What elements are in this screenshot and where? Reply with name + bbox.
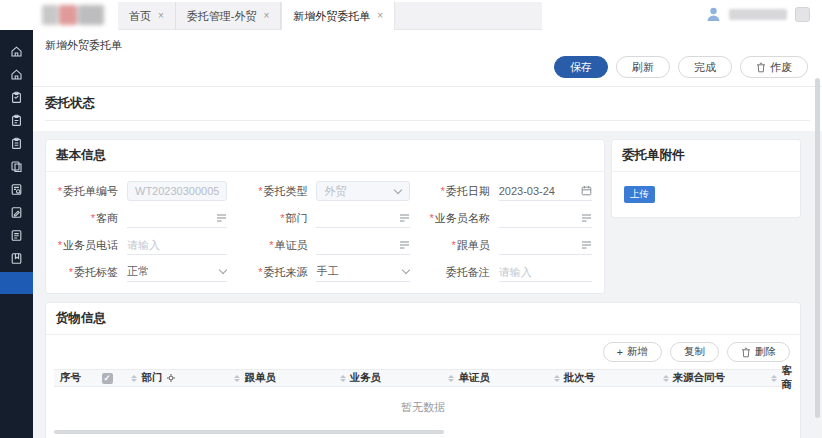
trash-icon bbox=[741, 347, 751, 358]
tab-home[interactable]: 首页 × bbox=[118, 2, 176, 30]
home-icon bbox=[10, 68, 23, 81]
close-icon[interactable]: × bbox=[158, 11, 164, 21]
copy-row-button[interactable]: 复制 bbox=[670, 342, 719, 362]
section-basic-info: 基本信息 *委托单编号 WT20230300005 *委托类型 外贸 *委托日期 bbox=[45, 139, 605, 294]
field-doc-clerk: *单证员 bbox=[237, 235, 409, 255]
tab-consign-management[interactable]: 委托管理-外贸 × bbox=[176, 2, 282, 30]
sidebar-item-records[interactable] bbox=[0, 201, 33, 224]
sidebar-item-consign-1[interactable] bbox=[0, 86, 33, 109]
order-no-input-disabled: WT20230300005 bbox=[127, 181, 227, 201]
vertical-scrollbar[interactable] bbox=[815, 78, 820, 418]
sort-icon[interactable] bbox=[340, 375, 346, 382]
upload-button[interactable]: 上传 bbox=[624, 186, 655, 203]
field-consign-remark: *委托备注 bbox=[420, 262, 592, 282]
top-bar: 首页 × 委托管理-外贸 × 新增外贸委托单 × bbox=[0, 0, 822, 30]
tab-label: 首页 bbox=[129, 9, 151, 24]
section-goods-info: 货物信息 +新增 复制 删除 序号 ✓ 部门 bbox=[45, 302, 801, 438]
clipboard-icon bbox=[10, 114, 23, 127]
tab-label: 委托管理-外贸 bbox=[187, 9, 257, 24]
clipboard-icon bbox=[10, 91, 23, 104]
checkbox-checked-icon: ✓ bbox=[102, 373, 113, 384]
column-doc-clerk[interactable]: 单证员 bbox=[442, 371, 547, 385]
clipboard-icon bbox=[10, 137, 23, 150]
sidebar-item-statements[interactable] bbox=[0, 224, 33, 247]
sidebar-item-contracts[interactable] bbox=[0, 178, 33, 201]
add-row-button[interactable]: +新增 bbox=[603, 342, 662, 362]
salesman-phone-input[interactable] bbox=[127, 239, 227, 251]
tab-new-foreign-trade-consignment[interactable]: 新增外贸委托单 × bbox=[281, 2, 395, 30]
consign-source-select[interactable]: 手工 bbox=[316, 262, 409, 282]
field-customer: *客商 bbox=[48, 208, 227, 228]
sort-icon[interactable] bbox=[448, 375, 454, 382]
lookup-list-icon bbox=[399, 240, 410, 250]
bookmark-icon bbox=[10, 252, 23, 265]
column-source-contract-no[interactable]: 来源合同号 bbox=[657, 371, 766, 385]
section-consign-status: 委托状态 bbox=[33, 87, 822, 131]
void-button[interactable]: 作废 bbox=[740, 56, 808, 78]
file-lines-icon bbox=[10, 229, 23, 242]
column-index: 序号 bbox=[54, 371, 96, 385]
app-menu-icon[interactable] bbox=[795, 7, 810, 22]
consign-date-input[interactable]: 2023-03-24 bbox=[499, 181, 592, 201]
close-icon[interactable]: × bbox=[377, 11, 383, 21]
consign-type-select-disabled: 外贸 bbox=[316, 181, 409, 201]
refresh-button[interactable]: 刷新 bbox=[616, 56, 670, 78]
required-mark: * bbox=[440, 185, 444, 197]
required-mark: * bbox=[91, 212, 95, 224]
department-lookup[interactable] bbox=[316, 208, 409, 228]
sort-icon[interactable] bbox=[771, 375, 777, 382]
consign-remark-input[interactable] bbox=[499, 266, 592, 278]
field-merchandiser: *跟单员 bbox=[420, 235, 592, 255]
app-logo-blurred bbox=[42, 5, 106, 25]
column-salesman[interactable]: 业务员 bbox=[334, 371, 443, 385]
trash-icon bbox=[756, 62, 766, 73]
sort-icon[interactable] bbox=[554, 375, 560, 382]
select-all-checkbox[interactable]: ✓ bbox=[96, 373, 126, 384]
username-blurred[interactable] bbox=[729, 9, 787, 20]
lookup-list-icon bbox=[581, 213, 592, 223]
sidebar-item-consign-3[interactable] bbox=[0, 132, 33, 155]
goods-toolbar: +新增 复制 删除 bbox=[46, 335, 800, 369]
tab-label: 新增外贸委托单 bbox=[293, 9, 370, 24]
basic-info-form: *委托单编号 WT20230300005 *委托类型 外贸 *委托日期 2023… bbox=[46, 172, 604, 293]
column-merchandiser[interactable]: 跟单员 bbox=[228, 371, 333, 385]
column-customer[interactable]: 客商 bbox=[765, 364, 792, 392]
column-department[interactable]: 部门 bbox=[125, 371, 228, 385]
plus-icon: + bbox=[617, 346, 623, 358]
required-mark: * bbox=[451, 239, 455, 251]
required-mark: * bbox=[258, 266, 262, 278]
sidebar-item-home[interactable] bbox=[0, 40, 33, 63]
field-consign-tag: *委托标签 正常 bbox=[48, 262, 227, 282]
column-batch-no[interactable]: 批次号 bbox=[548, 371, 657, 385]
required-mark: * bbox=[429, 212, 433, 224]
consign-tag-select[interactable]: 正常 bbox=[127, 262, 227, 282]
doc-clerk-lookup[interactable] bbox=[316, 235, 409, 255]
sidebar-item-workbench[interactable] bbox=[0, 63, 33, 86]
sidebar-item-consign-2[interactable] bbox=[0, 109, 33, 132]
sidebar-item-active[interactable] bbox=[0, 272, 33, 294]
file-edit-icon bbox=[10, 206, 23, 219]
save-button[interactable]: 保存 bbox=[554, 56, 608, 78]
customer-lookup[interactable] bbox=[127, 208, 227, 228]
close-icon[interactable]: × bbox=[264, 11, 270, 21]
required-mark: * bbox=[58, 239, 62, 251]
complete-button[interactable]: 完成 bbox=[678, 56, 732, 78]
section-title: 委托单附件 bbox=[612, 140, 800, 172]
delete-row-button[interactable]: 删除 bbox=[727, 342, 790, 362]
sidebar-item-archive[interactable] bbox=[0, 247, 33, 270]
section-title: 货物信息 bbox=[46, 303, 800, 335]
chevron-down-icon bbox=[219, 266, 227, 274]
salesman-lookup[interactable] bbox=[499, 208, 592, 228]
copy-icon bbox=[10, 160, 23, 173]
sort-icon[interactable] bbox=[663, 375, 669, 382]
avatar-icon[interactable] bbox=[706, 6, 721, 22]
column-settings-gear-icon[interactable] bbox=[166, 373, 176, 383]
sort-icon[interactable] bbox=[234, 375, 240, 382]
sort-icon[interactable] bbox=[131, 375, 137, 382]
merchandiser-lookup[interactable] bbox=[499, 235, 592, 255]
page-header: 新增外贸委托单 保存 刷新 完成 作废 bbox=[33, 30, 822, 87]
section-title: 委托状态 bbox=[45, 95, 810, 121]
sidebar-item-orders[interactable] bbox=[0, 155, 33, 178]
section-title: 基本信息 bbox=[46, 140, 604, 172]
field-salesman: *业务员名称 bbox=[420, 208, 592, 228]
